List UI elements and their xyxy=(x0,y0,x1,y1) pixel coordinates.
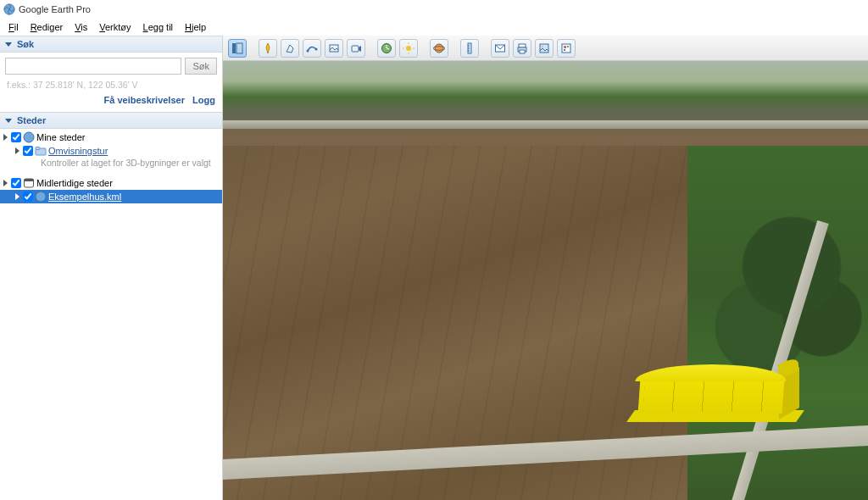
svg-rect-8 xyxy=(236,43,242,53)
history-link[interactable]: Logg xyxy=(192,95,215,105)
print-button[interactable] xyxy=(513,39,531,58)
sunlight-button[interactable] xyxy=(399,39,418,58)
search-example: f.eks.: 37 25.818' N, 122 05.36' V xyxy=(0,80,222,95)
tree-item-temp[interactable]: Midlertidige steder xyxy=(0,176,222,190)
tour-label[interactable]: Omvisningstur xyxy=(48,146,108,156)
kml-label: Eksempelhus.kml xyxy=(48,192,121,202)
kml-checkbox[interactable] xyxy=(23,192,33,202)
tree-item-kml[interactable]: Eksempelhus.kml xyxy=(0,190,222,203)
svg-point-9 xyxy=(307,49,309,52)
svg-rect-5 xyxy=(25,179,34,181)
distant-road xyxy=(223,120,868,129)
svg-point-19 xyxy=(435,44,443,53)
svg-rect-28 xyxy=(520,50,525,53)
menu-fil[interactable]: Fil xyxy=(3,20,24,34)
menu-verktoy[interactable]: Verktøy xyxy=(94,20,136,34)
chevron-down-icon xyxy=(5,119,12,123)
menu-rediger[interactable]: Rediger xyxy=(25,20,69,34)
expand-icon[interactable] xyxy=(3,134,8,141)
main-toolbar xyxy=(223,36,868,61)
svg-point-1 xyxy=(24,132,34,142)
historical-imagery-button[interactable] xyxy=(377,39,396,58)
folder-icon xyxy=(35,145,47,157)
menu-bar: Fil Rediger Vis Verktøy Legg til Hjelp xyxy=(0,19,868,36)
expand-icon[interactable] xyxy=(15,147,19,154)
svg-point-10 xyxy=(315,47,318,50)
menu-vis[interactable]: Vis xyxy=(70,20,92,34)
email-button[interactable] xyxy=(491,39,509,58)
search-label: Søk xyxy=(17,39,34,49)
directions-link[interactable]: Få veibeskrivelser xyxy=(104,95,185,105)
tour-hint: Kontroller at laget for 3D-bygninger er … xyxy=(0,158,222,168)
svg-rect-32 xyxy=(564,46,566,48)
myplaces-label: Mine steder xyxy=(36,132,85,142)
image-overlay-button[interactable] xyxy=(325,39,343,58)
app-icon xyxy=(3,3,15,15)
temp-checkbox[interactable] xyxy=(11,178,21,188)
svg-rect-33 xyxy=(567,46,569,47)
content-area xyxy=(223,36,868,500)
earth-icon xyxy=(35,191,47,203)
myplaces-checkbox[interactable] xyxy=(11,132,21,142)
sidebar: Søk Søk f.eks.: 37 25.818' N, 122 05.36'… xyxy=(0,36,223,500)
record-tour-button[interactable] xyxy=(347,39,365,58)
menu-leggtil[interactable]: Legg til xyxy=(138,20,178,34)
menu-hjelp[interactable]: Hjelp xyxy=(180,20,211,34)
3d-building-model[interactable] xyxy=(639,363,792,422)
svg-point-30 xyxy=(542,46,543,47)
save-image-button[interactable] xyxy=(535,39,554,58)
search-button[interactable]: Søk xyxy=(185,58,217,75)
title-bar: Google Earth Pro xyxy=(0,0,868,19)
places-panel-header[interactable]: Steder xyxy=(0,112,222,129)
places-tree: Mine steder Omvisningstur Kontroller at … xyxy=(0,129,222,500)
earth-icon xyxy=(23,131,35,143)
svg-rect-12 xyxy=(352,46,359,52)
tour-checkbox[interactable] xyxy=(23,146,33,156)
planet-button[interactable] xyxy=(430,39,448,58)
tree-item-myplaces[interactable]: Mine steder xyxy=(0,131,222,144)
temp-label: Midlertidige steder xyxy=(36,178,113,188)
sidebar-toggle-button[interactable] xyxy=(228,39,247,58)
places-label: Steder xyxy=(17,115,46,125)
svg-rect-34 xyxy=(564,49,565,51)
temp-places-icon xyxy=(23,177,35,189)
polygon-button[interactable] xyxy=(281,39,299,58)
svg-rect-26 xyxy=(519,44,526,47)
expand-icon[interactable] xyxy=(15,193,19,200)
view-in-maps-button[interactable] xyxy=(557,39,576,58)
search-input[interactable] xyxy=(5,58,181,75)
svg-point-6 xyxy=(36,192,46,202)
svg-rect-29 xyxy=(540,44,548,53)
search-panel-header[interactable]: Søk xyxy=(0,36,222,53)
placemark-button[interactable] xyxy=(259,39,277,58)
expand-icon[interactable] xyxy=(3,180,8,186)
tree-item-tour[interactable]: Omvisningstur xyxy=(0,144,222,158)
window-title: Google Earth Pro xyxy=(19,4,91,14)
svg-rect-3 xyxy=(36,147,40,150)
svg-rect-7 xyxy=(232,43,236,53)
map-viewport[interactable] xyxy=(223,61,868,500)
chevron-down-icon xyxy=(5,42,12,47)
svg-point-14 xyxy=(406,46,411,51)
path-button[interactable] xyxy=(303,39,321,58)
ruler-button[interactable] xyxy=(460,39,479,58)
